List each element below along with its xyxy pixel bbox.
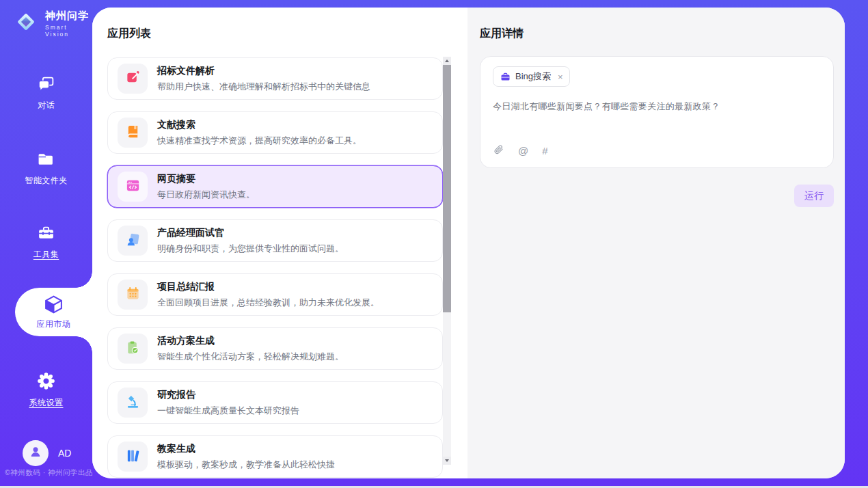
brand-name: 神州问学 [45,10,92,23]
app-detail-title: 应用详情 [480,27,834,41]
scrollbar-track[interactable] [443,65,451,457]
run-button[interactable]: 运行 [794,185,834,207]
app-description: 快速精准查找学术资源，提高研究效率的必备工具。 [157,135,362,147]
copyright-text: ©神州数码 · 神州问学出品 [5,468,93,478]
scrollbar[interactable] [443,57,451,465]
clipboard-check-icon [125,340,141,358]
composer-toolbar: @ # [493,144,548,158]
close-icon[interactable]: × [558,72,563,82]
app-card-list: 招标文件解析 帮助用户快速、准确地理解和解析招标书中的关键信息 文献搜索 快速精… [107,57,443,478]
app-description: 明确身份和职责，为您提供专业性的面试问题。 [157,243,344,255]
sidebar-item-settings[interactable]: 系统设置 [0,371,92,409]
query-composer[interactable]: Bing搜索 × 今日湖北有哪些新闻要点？有哪些需要关注的最新政策？ @ # [480,56,834,168]
app-name: 招标文件解析 [157,65,370,77]
user-account[interactable]: AD [23,440,71,466]
sidebar-item-folders[interactable]: 智能文件夹 [0,150,92,187]
app-name: 网页摘要 [157,173,255,185]
app-description: 模板驱动，教案秒成，教学准备从此轻松快捷 [157,459,335,471]
scroll-up-button[interactable] [443,57,451,65]
brand-subtitle: Smart Vision [45,24,92,38]
microscope-icon [125,394,141,412]
paperclip-icon[interactable] [493,144,504,158]
diamond-logo-icon [12,8,40,38]
document-edit-icon [125,70,141,88]
scrollbar-thumb[interactable] [443,65,451,312]
books-icon [125,448,141,466]
app-detail-panel: 应用详情 Bing搜索 × 今日湖北有哪些新闻要点？ [467,8,845,478]
app-description: 智能生成个性化活动方案，轻松解决规划难题。 [157,351,344,363]
app-card-lesson-plan-generator[interactable]: 教案生成 模板驱动，教案秒成，教学准备从此轻松快捷 [107,435,443,478]
user-initials: AD [58,448,71,459]
person-icon [29,445,42,461]
app-list-title: 应用列表 [107,27,467,41]
triangle-up-icon [445,59,449,62]
sidebar-item-tools[interactable]: 工具集 [0,224,92,260]
app-list-panel: 应用列表 招标文件解析 帮助用户快速、准确地理解和解析招标书中的关键信息 文献搜… [92,8,467,478]
app-description: 全面回顾项目进展，总结经验教训，助力未来优化发展。 [157,297,379,309]
app-description: 每日政府新闻资讯快查。 [157,189,255,201]
cube-icon [43,294,64,315]
avatar[interactable] [23,440,49,466]
app-name: 文献搜索 [157,119,362,131]
app-name: 研究报告 [157,389,299,401]
calendar-icon [125,286,141,304]
folder-icon [37,150,55,169]
book-icon [125,124,141,142]
hash-icon[interactable]: # [542,145,547,157]
tool-tag-bing-search[interactable]: Bing搜索 × [493,66,570,87]
main-container: 应用列表 招标文件解析 帮助用户快速、准确地理解和解析招标书中的关键信息 文献搜… [92,8,845,478]
triangle-down-icon [445,459,449,462]
interviewer-icon [125,232,141,250]
app-frame: 神州问学 Smart Vision 对话 智能文件夹 工具集 应用市场 系统设置 [0,0,868,486]
app-card-pm-interviewer[interactable]: 产品经理面试官 明确身份和职责，为您提供专业性的面试问题。 [107,219,443,262]
browser-code-icon [125,178,141,196]
query-text[interactable]: 今日湖北有哪些新闻要点？有哪些需要关注的最新政策？ [493,100,821,113]
app-card-research-report[interactable]: 研究报告 一键智能生成高质量长文本研究报告 [107,381,443,424]
app-card-event-plan-generator[interactable]: 活动方案生成 智能生成个性化活动方案，轻松解决规划难题。 [107,327,443,370]
sidebar-item-chat[interactable]: 对话 [0,75,92,111]
app-card-project-summary-report[interactable]: 项目总结汇报 全面回顾项目进展，总结经验教训，助力未来优化发展。 [107,273,443,316]
brand-logo: 神州问学 Smart Vision [12,8,92,38]
sidebar-item-app-market[interactable]: 应用市场 [15,288,92,336]
app-window: 神州问学 Smart Vision 对话 智能文件夹 工具集 应用市场 系统设置 [0,0,868,488]
scroll-down-button[interactable] [443,457,451,465]
app-name: 产品经理面试官 [157,227,344,239]
mention-at-icon[interactable]: @ [518,145,528,157]
tool-tag-label: Bing搜索 [515,70,551,83]
app-description: 帮助用户快速、准确地理解和解析招标书中的关键信息 [157,81,370,93]
app-card-bid-document-analysis[interactable]: 招标文件解析 帮助用户快速、准确地理解和解析招标书中的关键信息 [107,57,443,100]
app-name: 项目总结汇报 [157,281,379,293]
chat-icon [37,75,55,94]
app-description: 一键智能生成高质量长文本研究报告 [157,405,299,417]
app-card-webpage-summary[interactable]: 网页摘要 每日政府新闻资讯快查。 [107,165,443,208]
gear-icon [36,371,56,391]
app-name: 活动方案生成 [157,335,344,347]
sidebar: 神州问学 Smart Vision 对话 智能文件夹 工具集 应用市场 系统设置 [0,0,92,486]
briefcase-icon [500,72,511,82]
app-card-literature-search[interactable]: 文献搜索 快速精准查找学术资源，提高研究效率的必备工具。 [107,111,443,154]
toolbox-icon [37,224,55,243]
app-name: 教案生成 [157,443,335,455]
